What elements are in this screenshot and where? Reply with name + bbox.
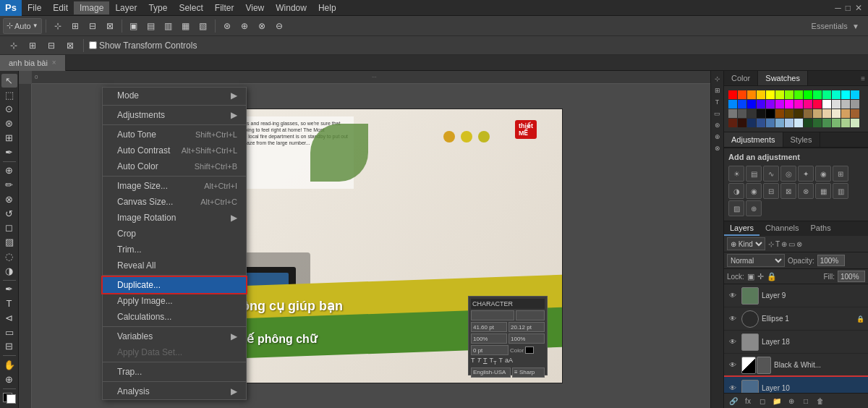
adj-channel-mixer[interactable]: ⊟ bbox=[763, 183, 779, 199]
menu-trim[interactable]: Trim... bbox=[103, 242, 246, 258]
add-mask-btn[interactable]: ◻ bbox=[756, 395, 769, 407]
fill-input[interactable] bbox=[838, 271, 865, 282]
swatch-cell[interactable] bbox=[813, 90, 822, 99]
toolbar-btn-6[interactable]: ▤ bbox=[143, 18, 159, 34]
add-style-btn[interactable]: fx bbox=[741, 395, 754, 407]
swatch-cell[interactable] bbox=[738, 119, 746, 127]
tab-close-btn[interactable]: × bbox=[52, 59, 56, 67]
swatch-cell[interactable] bbox=[766, 100, 775, 109]
swatch-cell[interactable] bbox=[813, 100, 822, 109]
menu-analysis[interactable]: Analysis ▶ bbox=[103, 383, 246, 399]
tool-lasso[interactable]: ⊙ bbox=[1, 103, 17, 116]
tab-styles[interactable]: Styles bbox=[783, 132, 820, 147]
menu-help[interactable]: Help bbox=[312, 1, 342, 14]
menu-mode[interactable]: Mode ▶ bbox=[103, 88, 246, 103]
tool-gradient[interactable]: ▨ bbox=[1, 235, 17, 249]
swatch-cell[interactable] bbox=[775, 109, 784, 118]
tool-shape[interactable]: ▭ bbox=[1, 326, 17, 339]
layer-tool-3[interactable]: ⊕ bbox=[781, 240, 787, 248]
mini-tool-6[interactable]: ⊕ bbox=[712, 132, 723, 142]
swatch-cell[interactable] bbox=[832, 100, 841, 109]
mini-tool-7[interactable]: ⊗ bbox=[712, 143, 723, 153]
menu-view[interactable]: View bbox=[239, 1, 270, 14]
tool-clone[interactable]: ⊗ bbox=[1, 192, 17, 206]
show-transform-checkbox[interactable] bbox=[89, 41, 97, 49]
toolbar-btn-8[interactable]: ▦ bbox=[178, 18, 194, 34]
menu-type[interactable]: Type bbox=[142, 1, 173, 14]
swatch-cell[interactable] bbox=[785, 90, 793, 99]
menu-layer[interactable]: Layer bbox=[109, 1, 142, 14]
opt-icon-4[interactable]: ⊠ bbox=[62, 38, 78, 54]
tool-pen[interactable]: ✒ bbox=[1, 282, 17, 296]
swatch-cell[interactable] bbox=[822, 119, 831, 127]
tab-paths[interactable]: Paths bbox=[805, 221, 837, 236]
adj-color-balance[interactable]: ⊞ bbox=[833, 166, 848, 182]
toolbar-btn-5[interactable]: ▣ bbox=[126, 18, 142, 34]
tool-marquee[interactable]: ⬚ bbox=[1, 88, 17, 102]
layer18-visibility[interactable]: 👁 bbox=[727, 336, 739, 348]
toolbar-btn-11[interactable]: ⊕ bbox=[237, 18, 252, 34]
swatch-cell[interactable] bbox=[841, 100, 850, 109]
swatch-cell[interactable] bbox=[766, 109, 775, 118]
menu-image-size[interactable]: Image Size... Alt+Ctrl+I bbox=[103, 178, 246, 194]
toolbar-btn-13[interactable]: ⊖ bbox=[271, 18, 287, 34]
layer-tool-2[interactable]: T bbox=[775, 240, 780, 248]
adj-photo-filter[interactable]: ◉ bbox=[746, 183, 762, 199]
swatch-cell[interactable] bbox=[794, 90, 803, 99]
menu-auto-contrast[interactable]: Auto Contrast Alt+Shift+Ctrl+L bbox=[103, 143, 246, 158]
tool-crop[interactable]: ⊞ bbox=[1, 131, 17, 145]
layer-item-layer10[interactable]: 👁 Layer 10 bbox=[724, 377, 868, 393]
layer-item-layer9[interactable]: 👁 Layer 9 bbox=[724, 284, 868, 307]
swatch-cell[interactable] bbox=[728, 119, 737, 127]
toolbar-btn-2[interactable]: ⊞ bbox=[67, 18, 83, 34]
menu-trap[interactable]: Trap... bbox=[103, 364, 246, 380]
swatch-cell[interactable] bbox=[813, 119, 822, 127]
toolbar-btn-12[interactable]: ⊗ bbox=[254, 18, 270, 34]
tool-text[interactable]: T bbox=[1, 297, 17, 310]
opt-icon-3[interactable]: ⊟ bbox=[43, 38, 59, 54]
foreground-bg-colors[interactable] bbox=[3, 393, 16, 404]
menu-crop[interactable]: Crop bbox=[103, 226, 246, 242]
swatch-cell[interactable] bbox=[804, 90, 812, 99]
mini-tool-5[interactable]: ⊛ bbox=[712, 120, 723, 130]
swatch-cell[interactable] bbox=[766, 119, 775, 127]
adj-exposure[interactable]: ◎ bbox=[780, 166, 796, 182]
swatch-cell[interactable] bbox=[757, 109, 765, 118]
swatch-cell[interactable] bbox=[738, 109, 746, 118]
tool-wand[interactable]: ⊛ bbox=[1, 116, 17, 130]
menu-reveal-all[interactable]: Reveal All bbox=[103, 258, 246, 273]
swatch-cell[interactable] bbox=[775, 100, 784, 109]
swatch-cell[interactable] bbox=[738, 90, 746, 99]
swatch-cell[interactable] bbox=[832, 109, 841, 118]
tool-blur[interactable]: ◌ bbox=[1, 250, 17, 263]
adj-hue-sat[interactable]: ◉ bbox=[815, 166, 831, 182]
toolbar-btn-3[interactable]: ⊟ bbox=[85, 18, 101, 34]
swatch-cell[interactable] bbox=[785, 100, 793, 109]
tool-path-select[interactable]: ⊲ bbox=[1, 311, 17, 325]
active-tab[interactable]: anh bia bài × bbox=[0, 55, 66, 71]
lock-pixels-btn[interactable]: ▣ bbox=[747, 272, 754, 281]
swatch-cell[interactable] bbox=[794, 119, 803, 127]
swatch-cell[interactable] bbox=[794, 100, 803, 109]
menu-select[interactable]: Select bbox=[173, 1, 208, 14]
layer-tool-1[interactable]: ⊹ bbox=[768, 240, 774, 248]
tool-dodge[interactable]: ◑ bbox=[1, 264, 17, 278]
tab-channels[interactable]: Channels bbox=[760, 221, 804, 236]
link-layers-btn[interactable]: 🔗 bbox=[727, 395, 740, 407]
tool-brush[interactable]: ✏ bbox=[1, 178, 17, 192]
menu-canvas-size[interactable]: Canvas Size... Alt+Ctrl+C bbox=[103, 194, 246, 210]
swatch-cell[interactable] bbox=[747, 100, 756, 109]
swatch-cell[interactable] bbox=[775, 119, 784, 127]
layer-item-bw[interactable]: 👁 Black & Whit... bbox=[724, 354, 868, 377]
swatch-cell[interactable] bbox=[757, 119, 765, 127]
menu-variables[interactable]: Variables ▶ bbox=[103, 328, 246, 344]
swatch-cell[interactable] bbox=[747, 90, 756, 99]
layer10-visibility[interactable]: 👁 bbox=[727, 383, 739, 394]
mini-tool-1[interactable]: ⊹ bbox=[712, 74, 723, 84]
tab-adjustments[interactable]: Adjustments bbox=[724, 132, 783, 147]
adj-posterize[interactable]: ▦ bbox=[815, 183, 831, 199]
tab-swatches[interactable]: Swatches bbox=[758, 71, 808, 85]
lock-position-btn[interactable]: ✛ bbox=[757, 272, 764, 281]
swatch-cell[interactable] bbox=[728, 100, 737, 109]
layer9-visibility[interactable]: 👁 bbox=[727, 290, 739, 302]
